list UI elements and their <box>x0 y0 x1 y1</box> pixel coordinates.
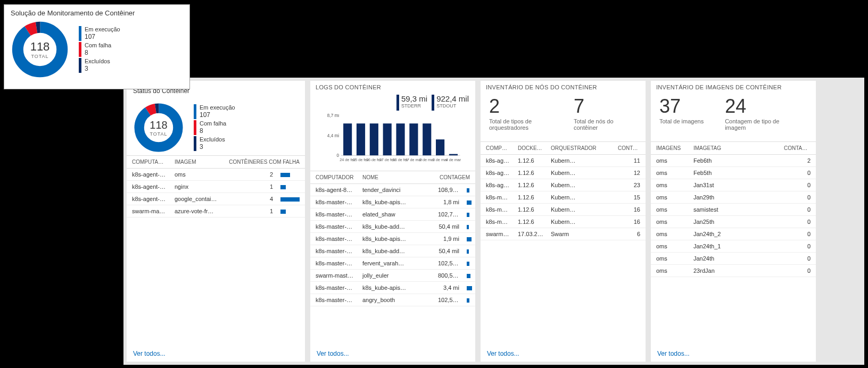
card1-total-label: TOTAL <box>150 131 167 137</box>
cell-computer: k8s-master-8… <box>310 221 357 233</box>
cell-computer: k8s-master-8… <box>310 245 357 257</box>
spark-bar-icon <box>467 200 472 205</box>
card4-header: INVENTÁRIO DE IMAGENS DE CONTÊINER <box>651 81 816 93</box>
cell-count: 800,5 mil <box>433 270 465 282</box>
cell-count: 16 <box>613 216 646 228</box>
card3-col-computer[interactable]: COMPUTA… <box>481 142 512 155</box>
cell-spark <box>278 205 305 218</box>
cell-computer: k8s-master-8… <box>310 196 357 208</box>
cell-spark <box>465 257 475 270</box>
svg-rect-18 <box>383 123 392 155</box>
cell-count: 0 <box>779 240 816 253</box>
legend-color-bar <box>194 136 196 151</box>
card1-col-failed[interactable]: CONTÊINERES COM FALHA <box>220 156 305 169</box>
table-row[interactable]: k8s-master-8…k8s_kube-apis…3,4 mi <box>310 282 475 294</box>
cell-orchestrator: Kubern… <box>545 155 613 167</box>
card2-table: COMPUTADOR NOME CONTAGEM k8s-agent-8c…te… <box>310 171 475 347</box>
table-row[interactable]: omsJan24th0 <box>651 253 816 265</box>
legend-name: Excluídos <box>200 136 225 143</box>
legend-name: Em execução <box>200 104 235 111</box>
card2-col-name[interactable]: NOME <box>357 171 433 184</box>
card1-col-image[interactable]: IMAGEM <box>169 156 220 169</box>
table-row[interactable]: omsJan24th_20 <box>651 228 816 240</box>
svg-text:4 de mar: 4 de mar <box>446 157 461 162</box>
cell-name: k8s_kube-apis… <box>357 282 433 294</box>
table-row[interactable]: omsJan25th0 <box>651 216 816 228</box>
card1-see-all[interactable]: Ver todos... <box>127 347 305 362</box>
table-row[interactable]: k8s-ag…1.12.6Kubern…23 <box>481 179 646 191</box>
cell-computer: swarm-maste… <box>127 205 169 218</box>
cell-count: 16 <box>613 204 646 216</box>
table-row[interactable]: swarm-maste…jolly_euler800,5 mil <box>310 270 475 282</box>
table-row[interactable]: oms23rdJan0 <box>651 265 816 277</box>
table-row[interactable]: k8s-ma…1.12.6Kubern…16 <box>481 204 646 216</box>
popup-donut-center: 118 TOTAL <box>11 20 69 79</box>
table-row[interactable]: k8s-agent-8…nginx1 <box>127 181 305 193</box>
card4-col-images[interactable]: IMAGENS <box>651 142 688 155</box>
cell-imagetag: Jan29th <box>688 191 779 204</box>
cell-orchestrator: Kubern… <box>545 191 613 204</box>
dashboard-strip: Status do Contêiner 118 TOTAL Em execuçã… <box>123 78 864 365</box>
table-row[interactable]: omsFeb5th0 <box>651 167 816 179</box>
table-row[interactable]: k8s-ma…1.12.6Kubern…15 <box>481 191 646 204</box>
card4-col-imagetag[interactable]: IMAGETAG <box>688 142 779 155</box>
card3-col-count[interactable]: CONTAGEM <box>613 142 646 155</box>
cell-count: 102,7 mil <box>433 208 465 221</box>
table-row[interactable]: k8s-agent-8…google_contai…4 <box>127 193 305 205</box>
table-row[interactable]: k8s-master-8…k8s_kube-add…50,4 mil <box>310 221 475 233</box>
spark-bar-icon <box>280 210 286 214</box>
spark-bar-icon <box>467 213 469 217</box>
log-metric: 59,3 miSTDERR <box>396 95 427 111</box>
card3-see-all[interactable]: Ver todos... <box>481 347 646 362</box>
table-row[interactable]: k8s-ag…1.12.6Kubern…11 <box>481 155 646 167</box>
popup-donut: 118 TOTAL <box>11 20 69 79</box>
table-row[interactable]: swarm-…17.03.2-…Swarm6 <box>481 228 646 240</box>
legend-value: 3 <box>85 65 110 72</box>
bar-chart-icon: 04,4 mi8,7 mi24 de fev25 de fev26 de fev… <box>317 114 469 167</box>
card1-col-computer[interactable]: COMPUTADOR <box>127 156 169 169</box>
table-row[interactable]: omssamistest0 <box>651 204 816 216</box>
cell-count: 0 <box>779 228 816 240</box>
table-row[interactable]: k8s-master-8…k8s_kube-apis…1,8 mi <box>310 196 475 208</box>
card2-see-all[interactable]: Ver todos... <box>310 347 475 362</box>
table-row[interactable]: k8s-master-8…k8s_kube-add…50,4 mil <box>310 245 475 257</box>
card1-legend: Em execução107Com falha8Excluídos3 <box>194 104 235 151</box>
cell-image: oms <box>651 191 688 204</box>
table-row[interactable]: k8s-master-8…fervent_varah…102,5 mil <box>310 257 475 270</box>
table-row[interactable]: swarm-maste…azure-vote-fr…1 <box>127 205 305 218</box>
cell-count: 50,4 mil <box>433 221 465 233</box>
card4-col-count[interactable]: CONTAGEM <box>779 142 816 155</box>
table-row[interactable]: k8s-ma…1.12.6Kubern…16 <box>481 216 646 228</box>
table-row[interactable]: k8s-agent-8…oms2 <box>127 169 305 181</box>
cell-name: elated_shaw <box>357 208 433 221</box>
cell-imagetag: Jan24th_1 <box>688 240 779 253</box>
table-row[interactable]: omsFeb6th2 <box>651 155 816 167</box>
cell-computer: k8s-ag… <box>481 167 512 179</box>
table-row[interactable]: omsJan24th_10 <box>651 240 816 253</box>
cell-computer: k8s-master-8… <box>310 257 357 270</box>
svg-text:0: 0 <box>337 153 340 158</box>
legend-color-bar <box>79 42 81 57</box>
cell-count: 15 <box>613 191 646 204</box>
card4-see-all[interactable]: Ver todos... <box>651 347 816 362</box>
kpi-value: 24 <box>725 97 789 116</box>
cell-computer: k8s-master-8… <box>310 282 357 294</box>
table-row[interactable]: k8s-ag…1.12.6Kubern…12 <box>481 167 646 179</box>
card2-col-computer[interactable]: COMPUTADOR <box>310 171 357 184</box>
table-row[interactable]: omsJan29th0 <box>651 191 816 204</box>
table-row[interactable]: k8s-master-8…k8s_kube-apis…1,9 mi <box>310 233 475 245</box>
cell-count: 12 <box>613 167 646 179</box>
card3-col-orchestrator[interactable]: ORQUESTRADOR <box>545 142 613 155</box>
svg-rect-16 <box>370 123 378 155</box>
table-row[interactable]: k8s-agent-8c…tender_davinci108,9 mil <box>310 184 475 196</box>
card3-col-dockerver[interactable]: DOCKERVE… <box>512 142 545 155</box>
table-row[interactable]: omsJan31st0 <box>651 179 816 191</box>
svg-rect-20 <box>396 123 404 155</box>
legend-text: Com falha8 <box>200 120 226 135</box>
cell-computer: k8s-master-8… <box>310 208 357 221</box>
log-metric: 922,4 milSTDOUT <box>432 95 469 111</box>
table-row[interactable]: k8s-master-8…elated_shaw102,7 mil <box>310 208 475 221</box>
cell-count: 0 <box>779 179 816 191</box>
table-row[interactable]: k8s-master-8…angry_booth102,5 mil <box>310 294 475 306</box>
card2-col-count[interactable]: CONTAGEM <box>433 171 475 184</box>
